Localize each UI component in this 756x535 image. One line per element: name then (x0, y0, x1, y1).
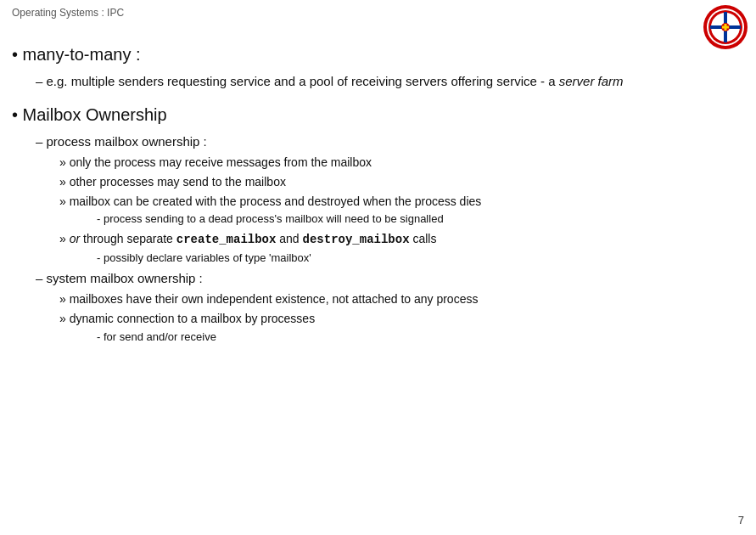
header-title: Operating Systems : IPC (12, 7, 124, 19)
bold-destroy-mailbox: destroy_mailbox (303, 233, 410, 246)
bullet2-sub2-header: – system mailbox ownership : (36, 269, 697, 288)
bullet2-sub1-dash2: - possibly declare variables of type 'ma… (97, 251, 697, 267)
bullet2-sub2-item2-text: » dynamic connection to a mailbox by pro… (59, 312, 315, 325)
bullet2-sub1-item1: » only the process may receive messages … (59, 154, 697, 171)
bullet2-sub1-item3-text: » mailbox can be created with the proces… (59, 194, 481, 208)
bullet2-sub2-dash1: - for send and/or receive (97, 329, 697, 346)
bullet2-main: • Mailbox Ownership (12, 103, 697, 127)
bullet1-sub1: – e.g. multiple senders requesting servi… (36, 72, 697, 91)
bullet2-dot: • (12, 105, 23, 124)
bullet2-sub1-item1-text: » only the process may receive messages … (59, 155, 372, 169)
italic-or: or (70, 232, 80, 245)
bullet2-sub1-item2: » other processes may send to the mailbo… (59, 173, 697, 190)
slide-container: Operating Systems : IPC • many-to-many :… (0, 0, 756, 535)
italic-server-farm: server farm (559, 74, 624, 88)
bullet2-sub2-dash1-text: - for send and/or receive (97, 330, 216, 343)
bullet2-sub1-text: – process mailbox ownership : (36, 134, 207, 149)
bullet2-sub1-dash1-text: - process sending to a dead process's ma… (97, 212, 444, 225)
bullet2-sub2-item1: » mailboxes have their own independent e… (59, 290, 697, 307)
bold-create-mailbox: create_mailbox (176, 233, 277, 246)
bullet2-sub2-item1-text: » mailboxes have their own independent e… (59, 292, 478, 306)
page-number: 7 (738, 514, 744, 527)
bullet2-sub1-item4-prefix: » or through separate create_mailbox and… (59, 232, 436, 245)
bullet1-sub1-text: – e.g. multiple senders requesting servi… (36, 74, 624, 88)
bullet1-main: • many-to-many : (12, 42, 697, 67)
bullet2-sub1-dash1: - process sending to a dead process's ma… (97, 211, 697, 228)
university-logo (703, 5, 748, 49)
bullet2-sub1-dash2-text: - possibly declare variables of type 'ma… (97, 251, 311, 264)
bullet2-sub1-item4: » or through separate create_mailbox and… (59, 230, 697, 248)
page-number-text: 7 (738, 514, 744, 527)
bullet2-sub1-item2-text: » other processes may send to the mailbo… (59, 175, 286, 189)
bullet2-text: Mailbox Ownership (23, 105, 167, 124)
logo-svg (703, 5, 748, 49)
bullet1-text: many-to-many : (23, 45, 141, 64)
slide-header: Operating Systems : IPC (12, 7, 124, 19)
svg-rect-8 (722, 26, 729, 29)
bullet2-sub1-item3: » mailbox can be created with the proces… (59, 193, 697, 210)
bullet2-sub2-item2: » dynamic connection to a mailbox by pro… (59, 310, 697, 327)
bullet2-sub2-text: – system mailbox ownership : (36, 271, 203, 285)
slide-content: • many-to-many : – e.g. multiple senders… (12, 34, 697, 510)
bullet1-dot: • (12, 45, 23, 64)
bullet2-sub1-header: – process mailbox ownership : (36, 132, 697, 151)
